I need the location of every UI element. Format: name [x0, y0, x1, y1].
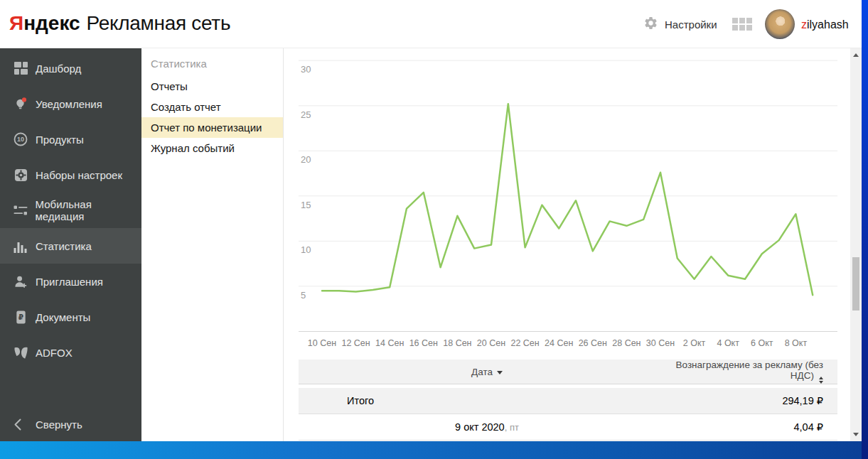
svg-text:10: 10 — [17, 136, 24, 143]
svg-text:14 Сен: 14 Сен — [375, 338, 404, 348]
logo-brand-rest: ндекс — [23, 12, 80, 34]
avatar[interactable] — [765, 9, 795, 39]
submenu-title: Статистика — [141, 58, 283, 76]
svg-text:12 Сен: 12 Сен — [341, 338, 370, 348]
monetization-line-chart[interactable]: 3025201510510 Сен12 Сен14 Сен16 Сен18 Се… — [284, 48, 850, 356]
svg-text:2 Окт: 2 Окт — [683, 338, 706, 348]
svg-text:20: 20 — [301, 154, 311, 165]
settings-label: Настройки — [665, 18, 717, 31]
svg-text:18 Сен: 18 Сен — [443, 338, 471, 348]
submenu-item-monetization-report[interactable]: Отчет по монетизации — [141, 117, 283, 138]
column-header-date[interactable]: Дата — [299, 367, 675, 377]
sidebar-item-label: Дашборд — [36, 63, 81, 75]
yandex-logo[interactable]: ЯндексРекламная сеть — [9, 11, 230, 36]
documents-icon: ₽ — [12, 310, 29, 324]
reward-value-cell: 294,19 ₽ — [675, 395, 837, 406]
desktop-background-right — [862, 0, 868, 459]
invitations-icon — [12, 275, 29, 288]
svg-text:10 Сен: 10 Сен — [308, 338, 336, 348]
submenu-item-event-log[interactable]: Журнал событий — [141, 138, 283, 158]
submenu-panel: Статистика ОтчетыСоздать отчетОтчет по м… — [141, 48, 284, 441]
dropdown-arrow-icon — [497, 371, 503, 374]
scrollbar-down-arrow[interactable] — [853, 433, 859, 436]
sidebar-item-settings-sets[interactable]: Наборы настроек — [0, 157, 141, 193]
submenu-items: ОтчетыСоздать отчетОтчет по монетизацииЖ… — [141, 76, 283, 158]
sidebar-item-label: ADFOX — [36, 347, 73, 359]
desktop-background-bottom — [0, 441, 868, 459]
username-first-letter: z — [801, 18, 807, 31]
submenu-item-reports[interactable]: Отчеты — [141, 76, 283, 97]
svg-text:₽: ₽ — [18, 313, 23, 321]
reward-value-cell: 4,04 ₽ — [675, 421, 837, 433]
sidebar-item-statistics[interactable]: Статистика — [0, 228, 141, 264]
svg-text:15: 15 — [301, 200, 311, 210]
sort-updown-icon — [819, 377, 823, 384]
table-row-total[interactable]: Итого294,19 ₽ — [299, 388, 837, 414]
svg-text:25: 25 — [301, 109, 311, 120]
vertical-scrollbar[interactable] — [850, 48, 862, 441]
report-content: 3025201510510 Сен12 Сен14 Сен16 Сен18 Се… — [284, 48, 850, 441]
sidebar-collapse-button[interactable]: Свернуть — [0, 413, 141, 436]
svg-text:6 Окт: 6 Окт — [751, 338, 773, 348]
svg-text:22 Сен: 22 Сен — [510, 338, 539, 348]
report-table: ДатаВознаграждение за рекламу (без НДС)И… — [299, 360, 837, 441]
sidebar-item-label: Приглашения — [36, 276, 103, 288]
date-cell: 9 окт 2020, пт — [299, 421, 675, 433]
sidebar-item-documents[interactable]: ₽Документы — [0, 299, 141, 335]
column-header-reward[interactable]: Вознаграждение за рекламу (без НДС) — [675, 360, 837, 384]
sidebar-item-invitations[interactable]: Приглашения — [0, 264, 141, 299]
sidebar-item-label: Наборы настроек — [36, 169, 122, 181]
dashboard-icon — [12, 62, 29, 75]
mobile-mediation-icon — [12, 204, 29, 217]
sidebar-item-label: Статистика — [36, 240, 92, 252]
table-row[interactable]: 9 окт 2020, пт4,04 ₽ — [299, 414, 837, 441]
submenu-item-create-report[interactable]: Создать отчет — [141, 97, 283, 117]
sidebar-item-label: Уведомления — [36, 98, 102, 110]
sidebar-item-dashboard[interactable]: Дашборд — [0, 50, 141, 86]
sidebar-item-notifications[interactable]: Уведомления — [0, 86, 141, 122]
sidebar-item-products[interactable]: 10Продукты — [0, 122, 141, 157]
svg-text:30 Сен: 30 Сен — [646, 338, 675, 348]
gear-icon — [643, 16, 658, 33]
scrollbar-thumb[interactable] — [852, 257, 859, 310]
collapse-label: Свернуть — [36, 418, 82, 431]
username-rest: ilyahash — [807, 18, 849, 31]
svg-text:24 Сен: 24 Сен — [545, 338, 573, 348]
apps-grid-icon[interactable] — [732, 18, 752, 33]
sidebar: ДашбордУведомления10ПродуктыНаборы настр… — [0, 48, 141, 441]
svg-text:20 Сен: 20 Сен — [477, 338, 505, 348]
statistics-icon — [12, 239, 29, 253]
username[interactable]: zilyahash — [801, 18, 849, 31]
svg-text:10: 10 — [301, 244, 311, 255]
svg-text:8 Окт: 8 Окт — [785, 338, 808, 348]
sidebar-item-mobile-mediation[interactable]: Мобильная медиация — [0, 193, 141, 228]
adfox-icon — [12, 346, 29, 360]
products-icon: 10 — [12, 132, 29, 146]
settings-button[interactable]: Настройки — [643, 16, 717, 33]
svg-text:30: 30 — [301, 64, 311, 75]
logo-letter-ya: Я — [9, 12, 23, 34]
logo-product-name: Рекламная сеть — [87, 12, 231, 34]
sidebar-item-label: Документы — [36, 311, 90, 323]
svg-text:28 Сен: 28 Сен — [612, 338, 641, 348]
svg-text:26 Сен: 26 Сен — [579, 338, 607, 348]
svg-text:5: 5 — [301, 290, 306, 301]
notifications-icon — [12, 97, 29, 111]
top-header: ЯндексРекламная сеть Настройки zilyahash — [0, 0, 862, 48]
sidebar-item-label: Мобильная медиация — [36, 198, 141, 222]
app-window: ЯндексРекламная сеть Настройки zilyahash… — [0, 0, 862, 441]
date-weekday-note: , пт — [505, 422, 519, 433]
table-header-row: ДатаВознаграждение за рекламу (без НДС) — [299, 360, 837, 384]
svg-text:4 Окт: 4 Окт — [717, 338, 739, 348]
chevron-left-icon — [14, 418, 29, 431]
svg-text:16 Сен: 16 Сен — [409, 338, 438, 348]
settings-sets-icon — [12, 168, 29, 182]
date-cell: Итого — [299, 395, 675, 406]
scrollbar-up-arrow[interactable] — [853, 53, 859, 57]
sidebar-item-adfox[interactable]: ADFOX — [0, 335, 141, 370]
sidebar-item-label: Продукты — [36, 134, 84, 146]
